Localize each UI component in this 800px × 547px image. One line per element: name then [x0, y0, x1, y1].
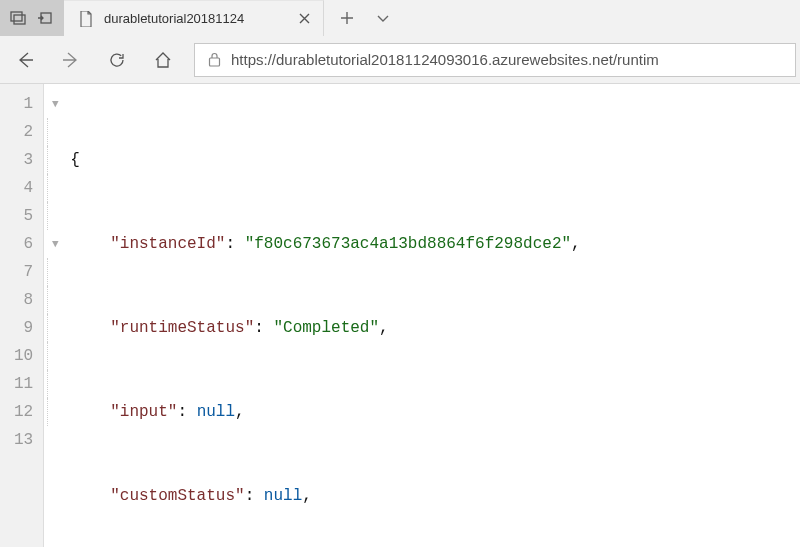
json-viewer: 1 2 3 4 5 6 7 8 9 10 11 12 13 ▼ ▼ { "ins… [0, 84, 800, 547]
line-number-gutter: 1 2 3 4 5 6 7 8 9 10 11 12 13 [0, 84, 44, 547]
fold-toggle[interactable]: ▼ [44, 230, 66, 258]
forward-button[interactable] [50, 39, 92, 81]
fold-gutter: ▼ ▼ [44, 84, 66, 547]
svg-rect-1 [14, 15, 25, 24]
home-button[interactable] [142, 39, 184, 81]
svg-rect-0 [11, 12, 22, 21]
line-number: 3 [14, 146, 33, 174]
browser-toolbar: https://durabletutorial20181124093016.az… [0, 36, 800, 84]
line-number: 7 [14, 258, 33, 286]
json-key: "runtimeStatus" [110, 319, 254, 337]
refresh-button[interactable] [96, 39, 138, 81]
titlebar-system-buttons [0, 0, 64, 36]
line-number: 4 [14, 174, 33, 202]
json-key: "instanceId" [110, 235, 225, 253]
new-tab-button[interactable] [330, 1, 364, 35]
json-string: "Completed" [273, 319, 379, 337]
json-key: "input" [110, 403, 177, 421]
lock-icon [205, 51, 223, 69]
window-titlebar: durabletutorial20181124 [0, 0, 800, 36]
tab-strip-actions [324, 0, 800, 36]
json-null: null [197, 403, 235, 421]
tabs-aside-icon[interactable] [6, 6, 30, 30]
line-number: 10 [14, 342, 33, 370]
set-aside-icon[interactable] [34, 6, 58, 30]
json-null: null [264, 487, 302, 505]
svg-rect-3 [209, 58, 219, 66]
line-number: 12 [14, 398, 33, 426]
address-bar[interactable]: https://durabletutorial20181124093016.az… [194, 43, 796, 77]
json-content[interactable]: { "instanceId": "f80c673673ac4a13bd8864f… [66, 84, 580, 547]
json-string: "f80c673673ac4a13bd8864f6f298dce2" [245, 235, 571, 253]
json-key: "customStatus" [110, 487, 244, 505]
line-number: 11 [14, 370, 33, 398]
back-button[interactable] [4, 39, 46, 81]
tab-title: durabletutorial20181124 [104, 11, 285, 26]
line-number: 8 [14, 286, 33, 314]
line-number: 9 [14, 314, 33, 342]
close-icon[interactable] [295, 10, 313, 28]
line-number: 1 [14, 90, 33, 118]
browser-tab[interactable]: durabletutorial20181124 [64, 0, 324, 36]
line-number: 5 [14, 202, 33, 230]
url-text: https://durabletutorial20181124093016.az… [231, 51, 659, 68]
line-number: 13 [14, 426, 33, 454]
line-number: 6 [14, 230, 33, 258]
tab-menu-button[interactable] [366, 1, 400, 35]
file-icon [78, 11, 94, 27]
line-number: 2 [14, 118, 33, 146]
fold-toggle[interactable]: ▼ [44, 90, 66, 118]
